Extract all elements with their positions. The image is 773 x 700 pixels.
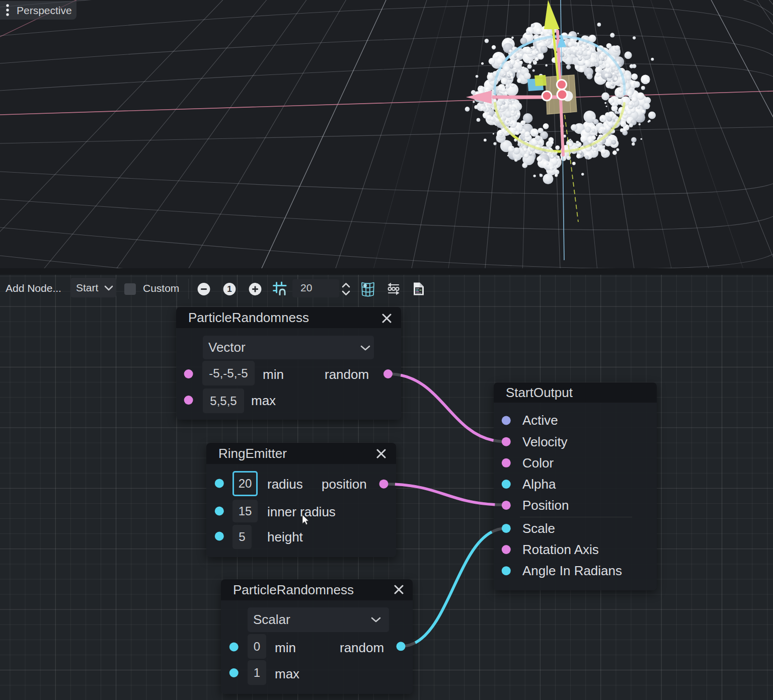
svg-text:1: 1 xyxy=(227,284,231,294)
